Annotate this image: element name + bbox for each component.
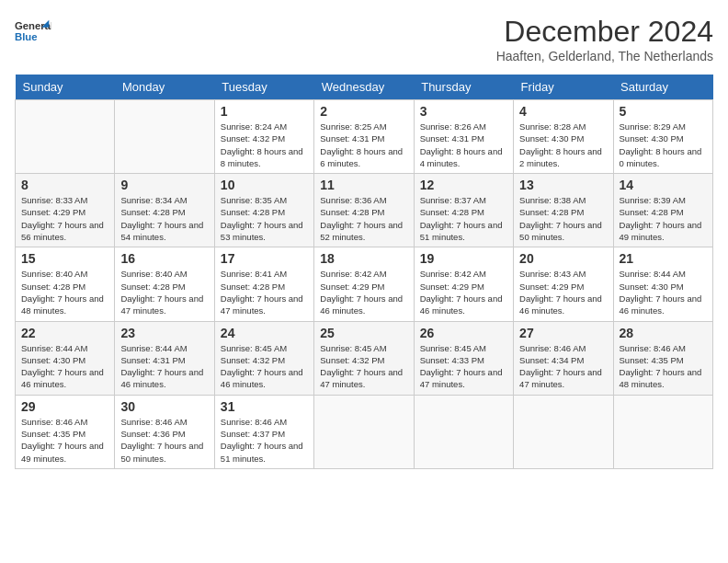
day-number: 14 bbox=[620, 178, 707, 192]
day-info: Sunrise: 8:25 AM Sunset: 4:31 PM Dayligh… bbox=[320, 121, 407, 169]
weekday-header-thursday: Thursday bbox=[414, 75, 513, 100]
calendar-week-row: 22Sunrise: 8:44 AM Sunset: 4:30 PM Dayli… bbox=[16, 321, 713, 395]
calendar-cell: 31Sunrise: 8:46 AM Sunset: 4:37 PM Dayli… bbox=[214, 395, 313, 468]
day-info: Sunrise: 8:39 AM Sunset: 4:28 PM Dayligh… bbox=[620, 194, 707, 243]
day-info: Sunrise: 8:26 AM Sunset: 4:31 PM Dayligh… bbox=[420, 121, 507, 169]
calendar-cell: 24Sunrise: 8:45 AM Sunset: 4:32 PM Dayli… bbox=[214, 321, 313, 395]
calendar-cell: 19Sunrise: 8:42 AM Sunset: 4:29 PM Dayli… bbox=[414, 247, 513, 321]
calendar-cell: 11Sunrise: 8:36 AM Sunset: 4:28 PM Dayli… bbox=[314, 174, 414, 247]
calendar-cell: 20Sunrise: 8:43 AM Sunset: 4:29 PM Dayli… bbox=[514, 247, 613, 321]
day-number: 21 bbox=[620, 251, 707, 266]
day-info: Sunrise: 8:46 AM Sunset: 4:34 PM Dayligh… bbox=[519, 342, 607, 391]
day-info: Sunrise: 8:46 AM Sunset: 4:37 PM Dayligh… bbox=[221, 416, 308, 465]
calendar-cell bbox=[16, 100, 115, 174]
weekday-header-sunday: Sunday bbox=[16, 75, 115, 100]
day-number: 12 bbox=[420, 178, 507, 192]
logo: General Blue bbox=[15, 15, 51, 52]
day-info: Sunrise: 8:35 AM Sunset: 4:28 PM Dayligh… bbox=[221, 194, 308, 243]
day-info: Sunrise: 8:43 AM Sunset: 4:29 PM Dayligh… bbox=[519, 268, 607, 316]
day-number: 11 bbox=[320, 178, 407, 192]
calendar-cell: 12Sunrise: 8:37 AM Sunset: 4:28 PM Dayli… bbox=[414, 174, 513, 247]
day-number: 5 bbox=[620, 104, 707, 119]
day-info: Sunrise: 8:33 AM Sunset: 4:29 PM Dayligh… bbox=[21, 194, 108, 243]
day-number: 3 bbox=[420, 104, 507, 119]
month-year-title: December 2024 bbox=[496, 15, 713, 49]
day-info: Sunrise: 8:40 AM Sunset: 4:28 PM Dayligh… bbox=[21, 268, 108, 316]
day-number: 27 bbox=[519, 326, 607, 340]
calendar-week-row: 15Sunrise: 8:40 AM Sunset: 4:28 PM Dayli… bbox=[16, 247, 713, 321]
calendar-cell: 17Sunrise: 8:41 AM Sunset: 4:28 PM Dayli… bbox=[214, 247, 313, 321]
day-info: Sunrise: 8:45 AM Sunset: 4:33 PM Dayligh… bbox=[420, 342, 507, 391]
day-info: Sunrise: 8:44 AM Sunset: 4:30 PM Dayligh… bbox=[21, 342, 108, 391]
day-number: 23 bbox=[120, 326, 208, 340]
calendar-cell bbox=[115, 100, 214, 174]
day-info: Sunrise: 8:38 AM Sunset: 4:28 PM Dayligh… bbox=[519, 194, 607, 243]
calendar-cell bbox=[514, 395, 613, 468]
day-info: Sunrise: 8:46 AM Sunset: 4:36 PM Dayligh… bbox=[120, 416, 208, 465]
day-number: 19 bbox=[420, 251, 507, 266]
day-number: 28 bbox=[620, 326, 707, 340]
calendar-cell: 4Sunrise: 8:28 AM Sunset: 4:30 PM Daylig… bbox=[514, 100, 613, 174]
day-number: 25 bbox=[320, 326, 407, 340]
day-info: Sunrise: 8:46 AM Sunset: 4:35 PM Dayligh… bbox=[21, 416, 108, 465]
calendar-cell: 26Sunrise: 8:45 AM Sunset: 4:33 PM Dayli… bbox=[414, 321, 513, 395]
day-number: 30 bbox=[120, 399, 208, 414]
calendar-table: SundayMondayTuesdayWednesdayThursdayFrid… bbox=[15, 75, 713, 469]
day-info: Sunrise: 8:45 AM Sunset: 4:32 PM Dayligh… bbox=[221, 342, 308, 391]
calendar-week-row: 8Sunrise: 8:33 AM Sunset: 4:29 PM Daylig… bbox=[16, 174, 713, 247]
calendar-cell: 2Sunrise: 8:25 AM Sunset: 4:31 PM Daylig… bbox=[314, 100, 414, 174]
calendar-week-row: 29Sunrise: 8:46 AM Sunset: 4:35 PM Dayli… bbox=[16, 395, 713, 468]
day-number: 8 bbox=[21, 178, 108, 192]
day-number: 4 bbox=[519, 104, 607, 119]
weekday-header-monday: Monday bbox=[115, 75, 214, 100]
day-number: 13 bbox=[519, 178, 607, 192]
calendar-cell: 10Sunrise: 8:35 AM Sunset: 4:28 PM Dayli… bbox=[214, 174, 313, 247]
calendar-cell: 8Sunrise: 8:33 AM Sunset: 4:29 PM Daylig… bbox=[16, 174, 115, 247]
day-number: 26 bbox=[420, 326, 507, 340]
day-info: Sunrise: 8:42 AM Sunset: 4:29 PM Dayligh… bbox=[320, 268, 407, 316]
day-number: 17 bbox=[221, 251, 308, 266]
page-header: General Blue December 2024 Haaften, Geld… bbox=[15, 15, 713, 63]
calendar-cell: 29Sunrise: 8:46 AM Sunset: 4:35 PM Dayli… bbox=[16, 395, 115, 468]
day-info: Sunrise: 8:42 AM Sunset: 4:29 PM Dayligh… bbox=[420, 268, 507, 316]
day-info: Sunrise: 8:46 AM Sunset: 4:35 PM Dayligh… bbox=[620, 342, 707, 391]
day-number: 20 bbox=[519, 251, 607, 266]
weekday-header-saturday: Saturday bbox=[613, 75, 712, 100]
title-block: December 2024 Haaften, Gelderland, The N… bbox=[496, 15, 713, 63]
day-info: Sunrise: 8:28 AM Sunset: 4:30 PM Dayligh… bbox=[519, 121, 607, 169]
calendar-cell: 28Sunrise: 8:46 AM Sunset: 4:35 PM Dayli… bbox=[613, 321, 712, 395]
calendar-cell: 5Sunrise: 8:29 AM Sunset: 4:30 PM Daylig… bbox=[613, 100, 712, 174]
calendar-cell: 21Sunrise: 8:44 AM Sunset: 4:30 PM Dayli… bbox=[613, 247, 712, 321]
day-info: Sunrise: 8:40 AM Sunset: 4:28 PM Dayligh… bbox=[120, 268, 208, 316]
calendar-cell bbox=[414, 395, 513, 468]
logo-icon: General Blue bbox=[15, 15, 51, 52]
day-info: Sunrise: 8:34 AM Sunset: 4:28 PM Dayligh… bbox=[120, 194, 208, 243]
day-info: Sunrise: 8:24 AM Sunset: 4:32 PM Dayligh… bbox=[221, 121, 308, 169]
weekday-header-friday: Friday bbox=[514, 75, 613, 100]
calendar-cell: 9Sunrise: 8:34 AM Sunset: 4:28 PM Daylig… bbox=[115, 174, 214, 247]
calendar-cell: 14Sunrise: 8:39 AM Sunset: 4:28 PM Dayli… bbox=[613, 174, 712, 247]
day-number: 15 bbox=[21, 251, 108, 266]
day-number: 2 bbox=[320, 104, 407, 119]
day-info: Sunrise: 8:29 AM Sunset: 4:30 PM Dayligh… bbox=[620, 121, 707, 169]
calendar-cell bbox=[314, 395, 414, 468]
calendar-cell: 23Sunrise: 8:44 AM Sunset: 4:31 PM Dayli… bbox=[115, 321, 214, 395]
svg-text:Blue: Blue bbox=[15, 31, 38, 42]
calendar-cell: 30Sunrise: 8:46 AM Sunset: 4:36 PM Dayli… bbox=[115, 395, 214, 468]
weekday-header-wednesday: Wednesday bbox=[314, 75, 414, 100]
day-info: Sunrise: 8:45 AM Sunset: 4:32 PM Dayligh… bbox=[320, 342, 407, 391]
day-number: 29 bbox=[21, 399, 108, 414]
calendar-cell bbox=[613, 395, 712, 468]
day-info: Sunrise: 8:36 AM Sunset: 4:28 PM Dayligh… bbox=[320, 194, 407, 243]
location-subtitle: Haaften, Gelderland, The Netherlands bbox=[496, 49, 713, 63]
calendar-cell: 15Sunrise: 8:40 AM Sunset: 4:28 PM Dayli… bbox=[16, 247, 115, 321]
calendar-cell: 27Sunrise: 8:46 AM Sunset: 4:34 PM Dayli… bbox=[514, 321, 613, 395]
calendar-cell: 25Sunrise: 8:45 AM Sunset: 4:32 PM Dayli… bbox=[314, 321, 414, 395]
weekday-header-tuesday: Tuesday bbox=[214, 75, 313, 100]
day-number: 18 bbox=[320, 251, 407, 266]
calendar-cell: 22Sunrise: 8:44 AM Sunset: 4:30 PM Dayli… bbox=[16, 321, 115, 395]
day-number: 24 bbox=[221, 326, 308, 340]
calendar-cell: 13Sunrise: 8:38 AM Sunset: 4:28 PM Dayli… bbox=[514, 174, 613, 247]
day-number: 31 bbox=[221, 399, 308, 414]
day-info: Sunrise: 8:41 AM Sunset: 4:28 PM Dayligh… bbox=[221, 268, 308, 316]
